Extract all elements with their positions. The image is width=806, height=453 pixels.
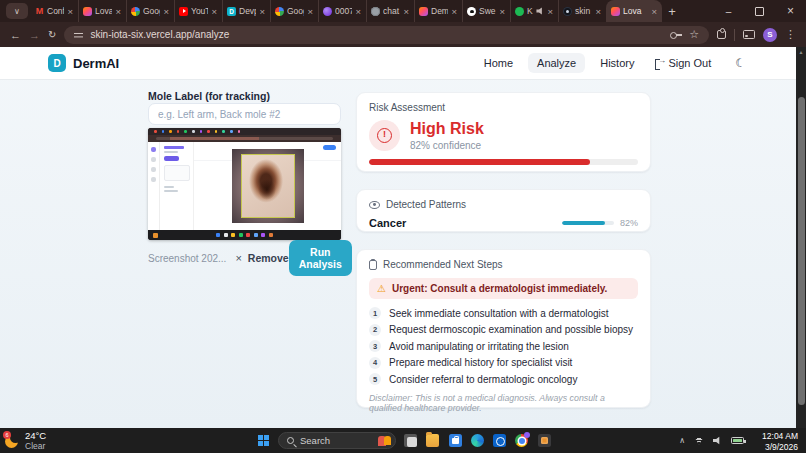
browser-toolbar: ← → ↻ skin-iota-six.vercel.app/analyze S: [0, 22, 806, 47]
nav-home[interactable]: Home: [475, 53, 522, 73]
url-text[interactable]: skin-iota-six.vercel.app/analyze: [90, 29, 663, 40]
battery-icon[interactable]: [731, 437, 744, 444]
tab-close-icon[interactable]: [499, 6, 505, 17]
remove-button[interactable]: Remove: [248, 252, 289, 264]
screen-recorder-icon[interactable]: [538, 434, 551, 447]
tab-close-icon[interactable]: [547, 6, 553, 17]
weather-temp: 24°C: [25, 430, 46, 441]
tab-title: Lova: [623, 6, 648, 16]
tab-title: YouT: [191, 6, 208, 16]
run-analysis-button[interactable]: Run Analysis: [289, 240, 352, 276]
back-button[interactable]: ←: [10, 29, 21, 41]
chrome-icon[interactable]: [515, 434, 528, 447]
dark-app-icon: [563, 7, 572, 16]
browser-tab[interactable]: Conf: [30, 0, 78, 22]
wifi-icon[interactable]: [694, 437, 704, 445]
step-text: Prepare medical history for specialist v…: [389, 357, 572, 368]
app-header: D DermAI Home Analyze History Sign Out: [0, 47, 796, 80]
tab-close-icon[interactable]: [651, 6, 657, 17]
tab-close-icon[interactable]: [67, 6, 73, 17]
browser-tab[interactable]: 0007: [318, 0, 366, 22]
google-icon: [131, 7, 140, 16]
edge-icon[interactable]: [471, 434, 484, 447]
browser-tab[interactable]: skin: [558, 0, 606, 22]
password-key-icon[interactable]: [670, 31, 682, 38]
tray-chevron-icon[interactable]: [679, 437, 685, 445]
browser-tab[interactable]: Devp: [222, 0, 270, 22]
tab-close-icon[interactable]: [163, 6, 169, 17]
browser-tab[interactable]: YouT: [174, 0, 222, 22]
mole-label-input[interactable]: [148, 103, 341, 125]
clock-time: 12:04 AM: [762, 431, 798, 442]
browser-tab[interactable]: K: [510, 0, 558, 22]
patterns-title-text: Detected Patterns: [386, 199, 466, 210]
risk-assessment-card: Risk Assessment High Risk 82% confidence: [356, 92, 651, 172]
preview-mini-url: [156, 137, 333, 141]
site-settings-icon[interactable]: [74, 31, 83, 39]
new-tab-button[interactable]: [662, 0, 682, 22]
risk-progress-track: [369, 159, 638, 165]
tab-audio-icon[interactable]: [536, 7, 544, 15]
browser-tab[interactable]: Goog: [126, 0, 174, 22]
tab-close-icon[interactable]: [259, 6, 265, 17]
scrollbar-up-arrow[interactable]: [796, 47, 806, 57]
screen-share-icon[interactable]: [743, 30, 755, 39]
uploaded-image-preview: [148, 128, 341, 240]
tab-title: chat: [383, 6, 400, 16]
nav-history[interactable]: History: [591, 53, 643, 73]
browser-tab[interactable]: Swe: [462, 0, 510, 22]
tab-close-icon[interactable]: [115, 6, 121, 17]
weather-widget[interactable]: 6 24°C Clear: [5, 430, 46, 452]
tab-close-icon[interactable]: [307, 6, 313, 17]
outlook-icon[interactable]: [493, 434, 506, 447]
task-view-icon[interactable]: [404, 434, 417, 447]
scrollbar-thumb[interactable]: [798, 97, 805, 405]
remove-file-x-icon[interactable]: [235, 253, 241, 263]
nav-analyze[interactable]: Analyze: [528, 53, 585, 73]
maximize-button[interactable]: [744, 0, 775, 22]
profile-avatar[interactable]: S: [763, 28, 777, 42]
address-bar[interactable]: skin-iota-six.vercel.app/analyze: [64, 26, 709, 44]
browser-menu-icon[interactable]: [785, 28, 796, 41]
tab-title: Goog: [287, 6, 304, 16]
file-explorer-icon[interactable]: [426, 434, 439, 447]
forward-button[interactable]: →: [29, 29, 40, 41]
taskbar-clock[interactable]: 12:04 AM 3/9/2026: [762, 431, 798, 452]
close-window-button[interactable]: [775, 0, 806, 22]
browser-tab[interactable]: chat: [366, 0, 414, 22]
microsoft-store-icon[interactable]: [449, 434, 462, 447]
step-item: 2 Request dermoscopic examination and po…: [369, 324, 638, 336]
file-name: Screenshot 202...: [148, 253, 226, 264]
tab-close-icon[interactable]: [355, 6, 361, 17]
minimize-button[interactable]: [713, 0, 744, 22]
preview-mini-canvas: [194, 142, 341, 230]
extensions-icon[interactable]: [717, 30, 726, 39]
sign-out-button[interactable]: Sign Out: [649, 53, 717, 73]
step-text: Request dermoscopic examination and poss…: [389, 324, 633, 335]
tab-close-icon[interactable]: [403, 6, 409, 17]
bookmark-star-icon[interactable]: [689, 29, 699, 40]
tab-search-button[interactable]: [6, 3, 28, 19]
page-scrollbar[interactable]: [796, 47, 806, 428]
tab-close-icon[interactable]: [451, 6, 457, 17]
browser-tab[interactable]: Lova: [78, 0, 126, 22]
browser-tab[interactable]: Goog: [270, 0, 318, 22]
taskbar-search[interactable]: Search: [278, 432, 396, 449]
search-highlight-graphic: [378, 436, 391, 446]
tab-close-icon[interactable]: [211, 6, 217, 17]
browser-tab[interactable]: Dem: [414, 0, 462, 22]
pattern-progress-track: [562, 221, 614, 225]
tab-title: Lova: [95, 6, 112, 16]
github-icon: [467, 7, 476, 16]
browser-tab-active[interactable]: Lova: [606, 0, 662, 22]
start-button[interactable]: [258, 435, 269, 446]
tab-title: 0007: [335, 6, 352, 16]
youtube-icon: [179, 7, 188, 16]
tab-close-icon[interactable]: [595, 6, 601, 17]
preview-mini-sidebar: [160, 142, 194, 230]
google-icon: [275, 7, 284, 16]
reload-button[interactable]: ↻: [48, 29, 56, 40]
theme-toggle-moon-icon[interactable]: [735, 56, 746, 70]
volume-icon[interactable]: [713, 436, 722, 445]
step-text: Avoid manipulating or irritating the les…: [389, 341, 569, 352]
